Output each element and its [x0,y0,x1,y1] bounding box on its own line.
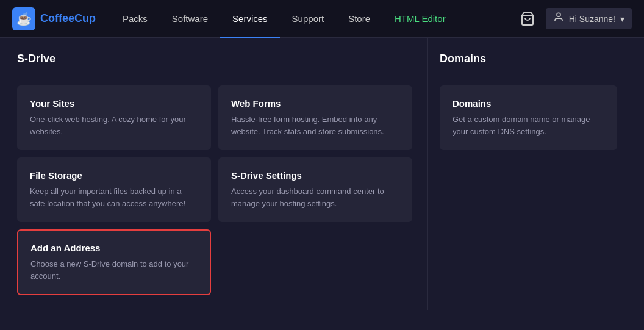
logo[interactable]: ☕ CoffeeCup [12,7,96,30]
card-sdrive-settings-desc: Access your dashboard command center to … [231,185,399,209]
domains-divider [440,73,617,73]
logo-text: CoffeeCup [40,12,96,25]
card-domains[interactable]: Domains Get a custom domain name or mana… [440,85,617,150]
chevron-down-icon: ▾ [620,14,624,24]
card-web-forms-title: Web Forms [231,98,399,109]
domains-section: Domains Domains Get a custom domain name… [427,38,634,310]
card-file-storage-desc: Keep all your important files backed up … [30,185,198,209]
header-right: Hi Suzanne! ▾ [519,8,632,29]
card-domains-desc: Get a custom domain name or manage your … [453,113,604,137]
user-icon [553,12,564,26]
card-web-forms-desc: Hassle-free form hosting. Embed into any… [231,113,399,137]
card-your-sites-desc: One-click web hosting. A cozy home for y… [30,113,198,137]
logo-icon: ☕ [12,7,35,30]
user-greeting: Hi Suzanne! [569,14,615,24]
nav-item-html-editor[interactable]: HTML Editor [382,0,458,38]
nav-item-store[interactable]: Store [336,0,382,38]
sdrive-title: S-Drive [17,52,412,65]
sdrive-divider [17,73,412,73]
sdrive-section: S-Drive Your Sites One-click web hosting… [0,38,427,310]
card-add-address-desc: Choose a new S-Drive domain to add to yo… [30,258,198,282]
card-domains-title: Domains [453,98,604,109]
card-file-storage-title: File Storage [30,170,198,181]
card-file-storage[interactable]: File Storage Keep all your important fil… [17,157,211,222]
card-add-address[interactable]: Add an Address Choose a new S-Drive doma… [17,229,211,295]
card-sdrive-settings[interactable]: S-Drive Settings Access your dashboard c… [218,157,412,222]
card-your-sites-title: Your Sites [30,98,198,109]
user-area[interactable]: Hi Suzanne! ▾ [546,8,632,29]
svg-point-1 [557,13,560,16]
nav-item-software[interactable]: Software [160,0,220,38]
sdrive-cards-grid: Your Sites One-click web hosting. A cozy… [17,85,412,295]
card-sdrive-settings-title: S-Drive Settings [231,170,399,181]
card-add-address-title: Add an Address [30,243,198,253]
nav-item-services[interactable]: Services [220,0,280,38]
header: ☕ CoffeeCup Packs Software Services Supp… [0,0,644,38]
card-web-forms[interactable]: Web Forms Hassle-free form hosting. Embe… [218,85,412,150]
nav-item-packs[interactable]: Packs [110,0,160,38]
main-content: S-Drive Your Sites One-click web hosting… [0,38,644,310]
nav-item-support[interactable]: Support [280,0,337,38]
nav: Packs Software Services Support Store HT… [110,0,519,38]
domains-section-title: Domains [440,52,617,65]
cart-icon[interactable] [519,10,536,27]
card-your-sites[interactable]: Your Sites One-click web hosting. A cozy… [17,85,211,150]
